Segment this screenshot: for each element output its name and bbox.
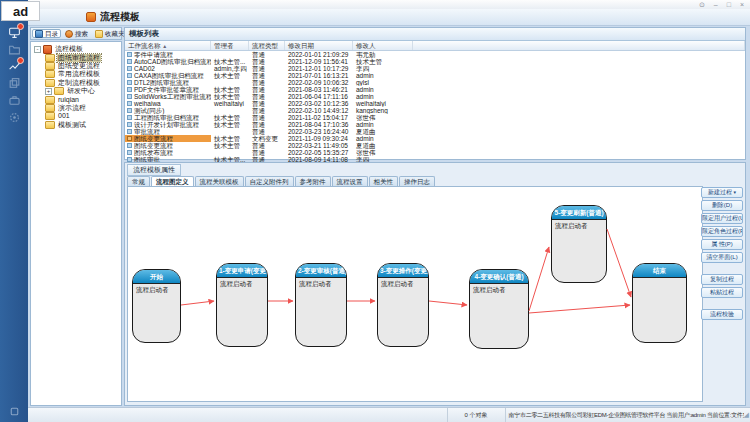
tree-item[interactable]: ruiqian <box>31 95 121 103</box>
tree-item[interactable]: +研发中心 <box>31 87 121 95</box>
modifier-cell: 韦元勋 <box>353 51 413 58</box>
table-row[interactable]: 工程图纸审批归档流程技术主管普通2021-11-02 15:04:17张世伟 <box>125 114 745 121</box>
workflow-name: AutoCAD图纸审批归档流程 <box>134 58 211 65</box>
column-header-1[interactable]: 管理者 <box>211 41 249 50</box>
table-row[interactable]: 零件申请流程普通2022-01-01 21:09:29韦元勋 <box>125 51 745 58</box>
gear-icon[interactable] <box>6 110 22 124</box>
action-button[interactable]: 限定角色过程(R) <box>701 226 743 237</box>
table-row[interactable]: 图纸变更流程技术主管普通2022-03-21 11:49:05夏道曲 <box>125 142 745 149</box>
filler-cell <box>413 100 745 107</box>
tab-流程设置[interactable]: 流程设置 <box>332 176 368 186</box>
workflow-name: SolidWorks工程图审批流程 <box>134 93 211 100</box>
table-row[interactable]: 图纸发布流程普通2022-02-05 15:35:27张世伟 <box>125 149 745 156</box>
table-row[interactable]: 测试(同步)普通2022-02-10 14:49:12kangsheng <box>125 107 745 114</box>
type-cell: 普通 <box>249 100 285 107</box>
flow-node[interactable]: 开始流程启动者 <box>132 269 181 343</box>
table-row[interactable]: PDF文件审批签章流程技术主管普通2021-08-03 11:46:21admi… <box>125 86 745 93</box>
table-row[interactable]: 设计开发计划审批流程技术主管普通2021-08-04 17:10:36admin <box>125 121 745 128</box>
tree-item[interactable]: 模板测试 <box>31 121 121 129</box>
tree-item[interactable]: 定制流程模板 <box>31 79 121 87</box>
toolbar-tab-catalog[interactable]: 目录 <box>32 29 61 38</box>
action-button[interactable]: 删除(D) <box>701 200 743 211</box>
workflow-icon <box>127 108 132 113</box>
flow-node[interactable]: 4-变更确认(普通)流程启动者 <box>469 269 529 349</box>
tab-相关性[interactable]: 相关性 <box>369 176 399 186</box>
modifier-cell: admin <box>353 93 413 100</box>
action-button[interactable]: 复制过程 <box>701 274 743 285</box>
action-button[interactable]: 粘贴过程 <box>701 287 743 298</box>
copy-icon[interactable] <box>6 76 22 90</box>
flow-node[interactable]: 1-变更申请(变更申流程启动者 <box>216 263 268 347</box>
flow-node[interactable]: 5-变更刷新(普通)流程启动者 <box>551 205 607 283</box>
tree-item[interactable]: 001 <box>31 112 121 120</box>
tree-root-item[interactable]: -流程模板 <box>31 45 121 53</box>
type-cell: 普通 <box>249 58 285 65</box>
briefcase-icon[interactable] <box>6 93 22 107</box>
folder-icon[interactable] <box>6 42 22 56</box>
workflow-icon <box>127 87 132 92</box>
flow-node[interactable]: 3-变更操作(变更操流程启动者 <box>377 263 429 347</box>
table-header: 工作流名称 ▲管理者流程类型修改日期修改人 <box>125 41 745 51</box>
action-button[interactable]: 清空界面(L) <box>701 252 743 263</box>
process-template-root-icon <box>43 45 52 54</box>
tab-自定义附件列[interactable]: 自定义附件列 <box>245 176 294 186</box>
expand-icon[interactable]: + <box>45 88 52 95</box>
action-button[interactable]: 新建过程 ▾ <box>701 187 743 198</box>
action-button[interactable]: 流程校验 <box>701 309 743 320</box>
tab-流程图定义[interactable]: 流程图定义 <box>151 176 194 186</box>
type-cell: 普通 <box>249 128 285 135</box>
flow-node-actor: 流程启动者 <box>552 220 606 233</box>
flow-node[interactable]: 2-变更审核(普通)流程启动者 <box>295 263 347 347</box>
favorites-icon <box>95 30 103 38</box>
table-row[interactable]: SolidWorks工程图审批流程技术主管普通2021-06-04 17:11:… <box>125 93 745 100</box>
tree-item-label: 图纸审批流程 <box>57 54 101 62</box>
table-row[interactable]: AutoCAD图纸审批归档流程技术主管...普通2021-12-09 11:56… <box>125 58 745 65</box>
page-title: 流程模板 <box>100 10 140 24</box>
minimize-icon[interactable]: – <box>714 0 718 9</box>
maximize-icon[interactable]: □ <box>727 0 731 9</box>
application-window: ⊙–□× ad 流程模板 目录搜索收藏夹 -流程模板图纸审批流程图纸变更流程常用… <box>0 0 750 422</box>
manager-cell <box>211 51 249 58</box>
column-header-3[interactable]: 修改日期 <box>285 41 353 50</box>
tab-参考附件[interactable]: 参考附件 <box>295 176 331 186</box>
close-icon[interactable]: × <box>740 0 744 9</box>
toolbar-tab-favorites[interactable]: 收藏夹 <box>92 29 128 38</box>
filler-cell <box>413 121 745 128</box>
tree-item[interactable]: 图纸变更流程 <box>31 62 121 70</box>
action-button[interactable]: 属 性(P) <box>701 239 743 250</box>
object-count: 0 个对象 <box>448 408 506 422</box>
tab-流程关联模板[interactable]: 流程关联模板 <box>195 176 244 186</box>
settings-icon[interactable]: ⊙ <box>699 0 705 9</box>
table-row[interactable]: CAD02admin,李四普通2021-12-01 10:17:29李四 <box>125 65 745 72</box>
table-row[interactable]: 审批流程普通2022-03-23 16:24:40夏道曲 <box>125 128 745 135</box>
tree-item[interactable]: 演示流程 <box>31 104 121 112</box>
action-button[interactable]: 限定用户过程(U) <box>701 213 743 224</box>
resize-grip-icon[interactable]: ◢ <box>744 411 750 419</box>
tab-常规[interactable]: 常规 <box>127 176 150 186</box>
tree-item[interactable]: 常用流程模板 <box>31 70 121 78</box>
monitor-icon[interactable] <box>6 25 22 39</box>
toolbar-tab-search[interactable]: 搜索 <box>62 29 91 38</box>
workflow-name: CAXA图纸审批归档流程 <box>134 72 204 79</box>
table-row[interactable]: CAXA图纸审批归档流程技术主管普通2021-07-01 16:13:21adm… <box>125 72 745 79</box>
column-header-4[interactable]: 修改人 <box>353 41 413 50</box>
collapse-icon[interactable]: - <box>34 46 41 53</box>
tab-操作日志[interactable]: 操作日志 <box>399 176 435 186</box>
manager-cell <box>211 107 249 114</box>
flow-node[interactable]: 结束 <box>632 263 687 343</box>
table-row[interactable]: 图纸变更流程技术主管文档变更2021-11-09 09:30:24admin <box>125 135 745 142</box>
column-header-0[interactable]: 工作流名称 ▲ <box>125 41 211 50</box>
table-row[interactable]: DTL2图纸审批流程普通2022-02-09 10:06:32gylsl <box>125 79 745 86</box>
navigation-sidebar <box>0 0 28 422</box>
modifier-cell: gylsl <box>353 79 413 86</box>
flow-node-title: 4-变更确认(普通) <box>470 270 528 284</box>
tree-item[interactable]: 图纸审批流程 <box>31 53 121 61</box>
tree-toolbar: 目录搜索收藏夹 <box>30 27 122 40</box>
workflow-name-cell: 设计开发计划审批流程 <box>125 121 211 128</box>
flowchart-canvas[interactable]: 开始流程启动者1-变更申请(变更申流程启动者2-变更审核(普通)流程启动者3-变… <box>127 186 703 402</box>
column-header-2[interactable]: 流程类型 <box>249 41 285 50</box>
flow-node-actor: 流程启动者 <box>470 284 528 297</box>
sidebar-bottom-grip-icon[interactable] <box>6 404 22 418</box>
table-row[interactable]: weihaiwaweihaitaiyi普通2022-03-02 10:12:36… <box>125 100 745 107</box>
trend-icon[interactable] <box>6 59 22 73</box>
